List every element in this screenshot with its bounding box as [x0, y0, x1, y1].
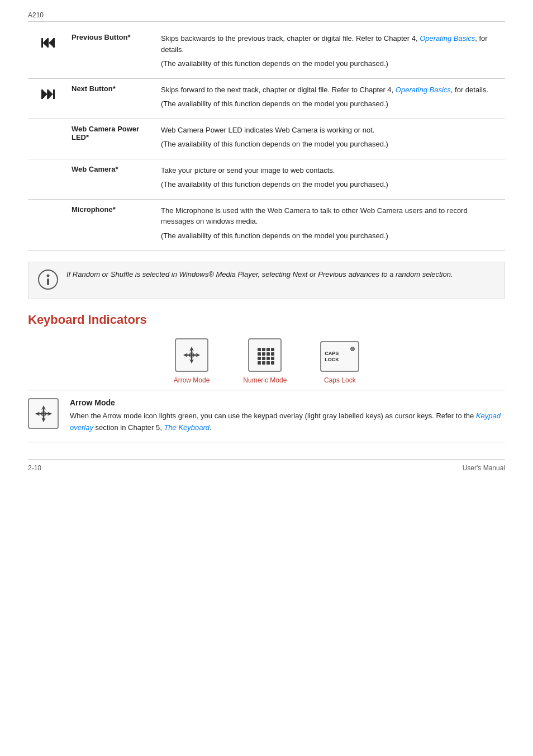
page-container: A210 ⏮ Previous Button* Skips backwards … [0, 0, 533, 494]
info-icon [37, 269, 59, 292]
availability-text: (The availability of this function depen… [161, 179, 501, 190]
label-cell: Microphone* [67, 199, 156, 251]
availability-text: (The availability of this function depen… [161, 98, 501, 110]
header-title: A210 [28, 11, 44, 19]
svg-rect-24 [266, 361, 270, 365]
svg-rect-14 [258, 352, 261, 356]
the-keyboard-link[interactable]: The Keyboard [164, 423, 210, 432]
svg-rect-10 [258, 348, 261, 351]
footer-left: 2-10 [28, 464, 41, 472]
desc-cell: Skips forward to the next track, chapter… [156, 78, 505, 119]
desc-cell: Take your picture or send your image to … [156, 159, 505, 199]
arrow-mode-content: Arrow Mode When the Arrow mode icon ligh… [70, 398, 505, 434]
desc-text: Skips forward to the next track, chapter… [161, 84, 501, 96]
desc-text: The Microphone is used with the Web Came… [161, 205, 501, 227]
svg-rect-15 [262, 352, 265, 356]
operating-basics-link[interactable]: Operating Basics [420, 34, 475, 42]
svg-point-1 [47, 275, 50, 277]
keypad-overlay-link[interactable]: Keypad overlay [70, 412, 501, 432]
arrow-mode-indicator: Arrow Mode [174, 338, 210, 384]
desc-cell: Skips backwards to the previous track, c… [156, 27, 505, 78]
footer-right: User's Manual [463, 464, 505, 472]
arrow-mode-row: Arrow Mode When the Arrow mode icon ligh… [28, 390, 505, 442]
svg-rect-17 [271, 352, 274, 356]
section-heading: Keyboard Indicators [28, 313, 505, 327]
row-label: Next Button* [72, 84, 116, 93]
label-cell: Previous Button* [67, 27, 156, 78]
arrow-mode-label: Arrow Mode [174, 376, 210, 384]
page-footer: 2-10 User's Manual [28, 459, 505, 472]
features-table: ⏮ Previous Button* Skips backwards to th… [28, 27, 505, 251]
icon-cell [28, 119, 67, 159]
page-header: A210 [28, 11, 505, 22]
numeric-mode-icon [248, 338, 282, 372]
arrow-mode-title: Arrow Mode [70, 398, 505, 407]
operating-basics-link2[interactable]: Operating Basics [396, 86, 451, 94]
table-row: Web Camera Power LED* Web Camera Power L… [28, 119, 505, 159]
svg-rect-11 [262, 348, 265, 351]
svg-rect-23 [262, 361, 265, 365]
caps-lock-label: Caps Lock [324, 376, 356, 384]
icon-cell [28, 159, 67, 199]
svg-rect-20 [266, 357, 270, 360]
desc-cell: Web Camera Power LED indicates Web Camer… [156, 119, 505, 159]
table-row: Microphone* The Microphone is used with … [28, 199, 505, 251]
next-button-icon: ⏭ [40, 84, 55, 103]
svg-rect-12 [266, 348, 270, 351]
arrow-mode-icon [175, 338, 208, 372]
svg-rect-25 [271, 361, 274, 365]
label-cell: Next Button* [67, 78, 156, 119]
table-row: ⏭ Next Button* Skips forward to the next… [28, 78, 505, 119]
caps-lock-icon: CAPSLOCK [320, 341, 359, 372]
icon-cell: ⏮ [28, 27, 67, 78]
caps-lock-led [350, 347, 355, 351]
row-label: Web Camera Power LED* [72, 125, 139, 141]
svg-rect-21 [271, 357, 274, 360]
svg-rect-22 [258, 361, 261, 365]
desc-text: Skips backwards to the previous track, c… [161, 33, 501, 55]
info-text: If Random or Shuffle is selected in Wind… [66, 269, 453, 280]
label-cell: Web Camera Power LED* [67, 119, 156, 159]
row-label: Web Camera* [72, 165, 118, 173]
numeric-mode-label: Numeric Mode [243, 376, 287, 384]
row-label: Previous Button* [72, 33, 130, 41]
availability-text: (The availability of this function depen… [161, 230, 501, 242]
availability-text: (The availability of this function depen… [161, 139, 501, 150]
icon-cell: ⏭ [28, 78, 67, 119]
svg-rect-18 [258, 357, 261, 360]
desc-cell: The Microphone is used with the Web Came… [156, 199, 505, 251]
svg-rect-2 [47, 278, 49, 285]
info-box: If Random or Shuffle is selected in Wind… [28, 262, 505, 299]
prev-button-icon: ⏮ [40, 33, 55, 51]
svg-rect-19 [262, 357, 265, 360]
indicators-row: Arrow Mode [28, 338, 505, 384]
svg-rect-16 [266, 352, 270, 356]
table-row: ⏮ Previous Button* Skips backwards to th… [28, 27, 505, 78]
table-row: Web Camera* Take your picture or send yo… [28, 159, 505, 199]
caps-lock-key-text: CAPSLOCK [325, 351, 339, 363]
caps-lock-indicator: CAPSLOCK Caps Lock [320, 341, 359, 384]
desc-text: Web Camera Power LED indicates Web Camer… [161, 125, 501, 136]
svg-rect-13 [271, 348, 274, 351]
arrow-mode-desc: When the Arrow mode icon lights green, y… [70, 410, 505, 434]
availability-text: (The availability of this function depen… [161, 58, 501, 69]
label-cell: Web Camera* [67, 159, 156, 199]
desc-text: Take your picture or send your image to … [161, 165, 501, 176]
arrow-mode-icon-large [28, 398, 59, 429]
icon-cell [28, 199, 67, 251]
numeric-mode-indicator: Numeric Mode [243, 338, 287, 384]
row-label: Microphone* [72, 205, 116, 214]
